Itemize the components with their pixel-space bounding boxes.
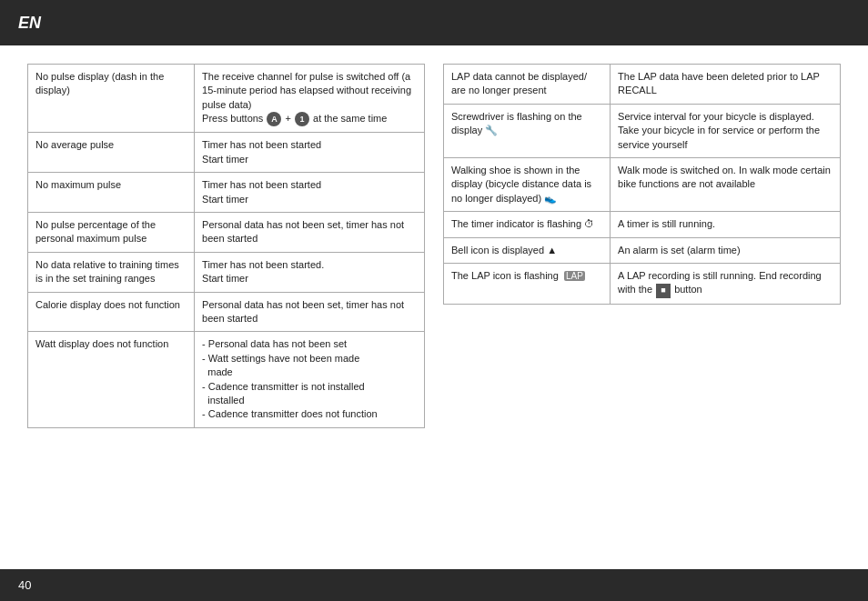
- table-row: Bell icon is displayed ▲ An alarm is set…: [444, 237, 841, 263]
- table-row: Walking shoe is shown in the display (bi…: [444, 157, 841, 211]
- table-row: No pulse percentage of the personal maxi…: [28, 213, 425, 253]
- header-title: EN: [18, 14, 41, 33]
- table-row: Watt display does not function - Persona…: [28, 332, 425, 427]
- main-content: No pulse display (dash in the display) T…: [0, 45, 868, 569]
- solution-cell: The receive channel for pulse is switche…: [195, 65, 425, 133]
- solution-cell: A timer is still running.: [611, 212, 841, 237]
- problem-cell: No maximum pulse: [28, 173, 195, 213]
- right-table: LAP data cannot be displayed/ are no lon…: [443, 64, 841, 305]
- page-footer: 40: [0, 569, 868, 601]
- timer-icon: ⏱: [584, 218, 594, 229]
- solution-cell: An alarm is set (alarm time): [611, 237, 841, 263]
- stop-button-icon: ■: [656, 284, 671, 298]
- table-row: No pulse display (dash in the display) T…: [28, 65, 425, 133]
- solution-cell: Walk mode is switched on. In walk mode c…: [611, 157, 841, 211]
- solution-cell: Personal data has not been set, timer ha…: [195, 213, 425, 253]
- solution-cell: A LAP recording is still running. End re…: [611, 263, 841, 304]
- table-row: Screwdriver is flashing on the display 🔧…: [444, 104, 841, 157]
- table-row: The LAP icon is flashing LAP A LAP recor…: [444, 263, 841, 304]
- problem-cell: The timer indicator is flashing ⏱: [444, 212, 611, 237]
- bell-icon: ▲: [547, 245, 557, 255]
- problem-cell: The LAP icon is flashing LAP: [444, 263, 611, 304]
- problem-cell: LAP data cannot be displayed/ are no lon…: [444, 65, 611, 105]
- problem-cell: No data relative to training times is in…: [28, 252, 195, 292]
- table-row: No average pulse Timer has not been star…: [28, 133, 425, 173]
- solution-cell: Timer has not been started.Start timer: [195, 252, 425, 292]
- solution-cell: Timer has not been startedStart timer: [195, 133, 425, 173]
- problem-cell: Walking shoe is shown in the display (bi…: [444, 157, 611, 211]
- shoe-icon: 👟: [544, 193, 557, 204]
- table-row: The timer indicator is flashing ⏱ A time…: [444, 212, 841, 237]
- solution-cell: - Personal data has not been set - Watt …: [195, 332, 425, 427]
- button-1-icon: 1: [295, 112, 309, 126]
- solution-cell: Personal data has not been set, timer ha…: [195, 292, 425, 332]
- table-row: No data relative to training times is in…: [28, 252, 425, 292]
- table-row: No maximum pulse Timer has not been star…: [28, 173, 425, 213]
- problem-cell: No pulse display (dash in the display): [28, 65, 195, 133]
- page-header: EN: [0, 0, 868, 45]
- left-table-section: No pulse display (dash in the display) T…: [27, 64, 425, 551]
- problem-cell: No average pulse: [28, 133, 195, 173]
- lap-icon: LAP: [564, 271, 585, 281]
- solution-cell: The LAP data have been deleted prior to …: [611, 65, 841, 105]
- page-number: 40: [18, 578, 31, 592]
- problem-cell: Bell icon is displayed ▲: [444, 237, 611, 263]
- problem-cell: Screwdriver is flashing on the display 🔧: [444, 104, 611, 157]
- solution-cell: Timer has not been startedStart timer: [195, 173, 425, 213]
- right-table-section: LAP data cannot be displayed/ are no lon…: [443, 64, 841, 551]
- table-row: LAP data cannot be displayed/ are no lon…: [444, 65, 841, 105]
- wrench-icon: 🔧: [485, 125, 498, 135]
- problem-cell: Watt display does not function: [28, 332, 195, 427]
- problem-cell: Calorie display does not function: [28, 292, 195, 332]
- table-row: Calorie display does not function Person…: [28, 292, 425, 332]
- button-a-icon: A: [267, 112, 281, 126]
- problem-cell: No pulse percentage of the personal maxi…: [28, 213, 195, 253]
- solution-cell: Service interval for your bicycle is dis…: [611, 104, 841, 157]
- left-table: No pulse display (dash in the display) T…: [27, 64, 425, 428]
